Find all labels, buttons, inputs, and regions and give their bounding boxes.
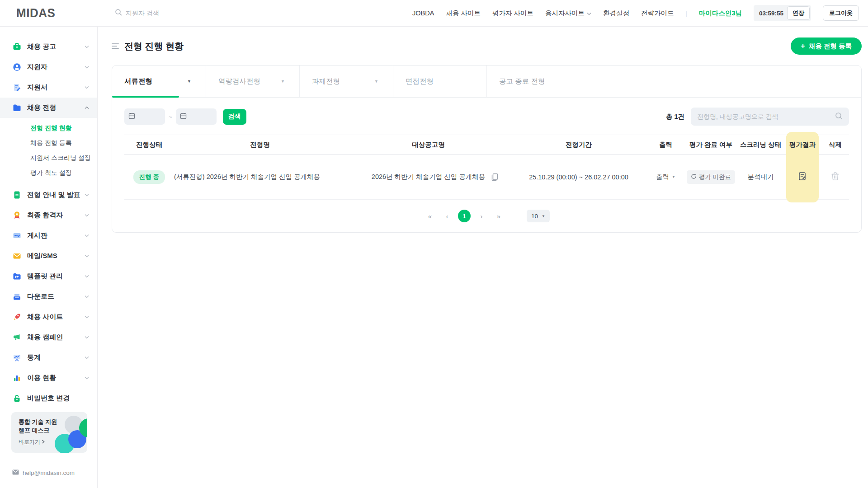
lock-icon — [12, 394, 21, 403]
delete-cell — [821, 172, 850, 182]
sidebar-item-board[interactable]: 게시판 — [0, 225, 97, 246]
eval-status-pill: 평가 미완료 — [687, 170, 735, 184]
top-link-evaluator-site[interactable]: 평가자 사이트 — [492, 9, 533, 18]
midas-logo-text: MIDAS — [16, 6, 55, 21]
sidebar-item-final-pass[interactable]: 최종 합격자 — [0, 205, 97, 225]
briefcase-icon — [12, 42, 21, 52]
applicant-search-input[interactable] — [126, 9, 225, 17]
folder-icon — [12, 103, 21, 113]
col-header-process-name: 전형명 — [174, 141, 346, 149]
tab-interview[interactable]: 면접전형 — [393, 66, 486, 97]
col-header-announcement: 대상공고명 — [346, 141, 511, 149]
period-cell: 25.10.29 (00:00) ~ 26.02.27 00:00 — [511, 174, 646, 181]
current-page[interactable]: 1 — [458, 210, 471, 222]
topbar-right: JOBDA 채용 사이트 평가자 사이트 응시자사이트 환경설정 전략가이드 |… — [412, 5, 868, 21]
pagination: « ‹ 1 › » 10 — [112, 200, 861, 232]
sidebar-item-recruit-site[interactable]: 채용 사이트 — [0, 307, 97, 327]
sidebar-item-recruit-process[interactable]: 채용 전형 — [0, 98, 97, 118]
caret-down-icon — [672, 175, 675, 179]
sidebar-item-templates[interactable]: 템플릿 관리 — [0, 266, 97, 286]
sidebar-item-campaigns[interactable]: 채용 캠페인 — [0, 327, 97, 347]
sidebar-item-statistics[interactable]: 통계 — [0, 347, 97, 368]
chevron-down-icon — [85, 66, 89, 69]
submenu-item-scale-settings[interactable]: 평가 척도 설정 — [0, 165, 97, 180]
rocket-icon — [12, 313, 21, 322]
topbar: MIDAS JOBDA 채용 사이트 평가자 사이트 응시자사이트 환경설정 전… — [0, 0, 868, 27]
col-header-status: 진행상태 — [124, 141, 174, 149]
support-email[interactable]: help@midasin.com — [12, 469, 75, 476]
chevron-down-icon — [85, 275, 89, 278]
process-name-cell[interactable]: (서류전형) 2026년 하반기 채솔기업 신입 공개채용 — [174, 173, 346, 181]
help-desk-card[interactable]: 통합 기술 지원 헬프 데스크 바로가기 — [11, 412, 87, 453]
tab-document-screening[interactable]: 서류전형 — [112, 66, 206, 97]
divider: | — [685, 10, 687, 17]
help-desk-link[interactable]: 바로가기 — [19, 438, 87, 446]
sidebar: 채용 공고 지원자 지원서 채용 전형 전형 진행 현황 채용 전형 등록 지원… — [0, 27, 98, 488]
submenu-item-screening-settings[interactable]: 지원서 스크리닝 설정 — [0, 150, 97, 165]
table-search-input[interactable] — [697, 113, 835, 120]
start-date-input[interactable] — [124, 108, 165, 125]
tab-assignment[interactable]: 과제전형 — [299, 66, 393, 97]
copy-icon[interactable] — [491, 173, 498, 181]
extend-session-button[interactable]: 연장 — [787, 6, 810, 20]
tab-closed-postings[interactable]: 공고 종료 전형 — [486, 66, 580, 97]
recruit-process-submenu: 전형 진행 현황 채용 전형 등록 지원서 스크리닝 설정 평가 척도 설정 — [0, 118, 97, 185]
sidebar-item-applications[interactable]: 지원서 — [0, 77, 97, 98]
eval-result-icon[interactable] — [798, 172, 807, 181]
chevron-down-icon — [85, 356, 89, 359]
page-size-select[interactable]: 10 — [527, 210, 550, 222]
plus-icon: + — [801, 42, 805, 51]
chevron-down-icon — [85, 234, 89, 237]
chevron-down-icon — [85, 214, 89, 217]
top-link-settings[interactable]: 환경설정 — [603, 9, 629, 18]
chevron-down-icon — [85, 45, 89, 48]
col-header-period: 전형기간 — [511, 141, 646, 149]
sidebar-nav: 채용 공고 지원자 지원서 채용 전형 전형 진행 현황 채용 전형 등록 지원… — [0, 27, 97, 408]
sidebar-item-downloads[interactable]: 다운로드 — [0, 286, 97, 307]
first-page-button[interactable]: « — [424, 210, 436, 222]
filter-row: ~ 검색 총 1건 — [112, 98, 861, 135]
next-page-button[interactable]: › — [475, 210, 488, 222]
sidebar-item-change-password[interactable]: 비밀번호 변경 — [0, 388, 97, 408]
medal-icon — [12, 211, 21, 220]
col-header-eval-result: 평가결과 — [784, 141, 821, 149]
search-icon[interactable] — [835, 112, 843, 122]
table-row: 진행 중 (서류전형) 2026년 하반기 채솔기업 신입 공개채용 2026년… — [124, 155, 849, 200]
sidebar-item-job-postings[interactable]: 채용 공고 — [0, 37, 97, 57]
top-link-recruit-site[interactable]: 채용 사이트 — [446, 9, 481, 18]
sidebar-item-mail-sms[interactable]: 메일/SMS — [0, 246, 97, 266]
main-content: 전형 진행 현황 + 채용 전형 등록 서류전형 역량검사전형 과제전형 면접전… — [98, 27, 868, 233]
register-process-button[interactable]: + 채용 전형 등록 — [791, 38, 862, 55]
sidebar-item-announcements[interactable]: 전형 안내 및 발표 — [0, 185, 97, 205]
user-name[interactable]: 마이다스인3님 — [699, 9, 742, 18]
submenu-item-process-register[interactable]: 채용 전형 등록 — [0, 136, 97, 150]
top-link-jobda[interactable]: JOBDA — [412, 9, 434, 17]
last-page-button[interactable]: » — [492, 210, 505, 222]
top-link-candidate-site[interactable]: 응시자사이트 — [545, 9, 591, 18]
chevron-down-icon — [85, 193, 89, 197]
chevron-right-icon — [42, 439, 45, 445]
date-search-button[interactable]: 검색 — [223, 109, 246, 125]
trash-icon[interactable] — [831, 172, 840, 181]
print-cell[interactable]: 출력 — [646, 173, 685, 181]
process-table: 진행상태 전형명 대상공고명 전형기간 출력 평가 완료 여부 스크리닝 상태 … — [112, 135, 861, 200]
submenu-item-process-status[interactable]: 전형 진행 현황 — [0, 121, 97, 136]
list-lines-icon — [112, 43, 119, 49]
tab-competency-test[interactable]: 역량검사전형 — [206, 66, 299, 97]
process-tabs: 서류전형 역량검사전형 과제전형 면접전형 공고 종료 전형 — [112, 66, 861, 98]
board-icon — [12, 231, 21, 240]
chevron-down-icon — [85, 376, 89, 380]
screening-status-cell: 분석대기 — [737, 173, 784, 181]
prev-page-button[interactable]: ‹ — [441, 210, 453, 222]
logout-button[interactable]: 로그아웃 — [823, 5, 859, 21]
calendar-icon — [180, 113, 187, 121]
sidebar-item-usage[interactable]: 이용 현황 — [0, 368, 97, 388]
search-icon — [115, 9, 122, 18]
midas-logo[interactable]: MIDAS — [0, 6, 98, 20]
top-link-strategy-guide[interactable]: 전략가이드 — [641, 9, 674, 18]
help-desk-title: 통합 기술 지원 헬프 데스크 — [19, 418, 87, 435]
caret-down-icon — [374, 79, 378, 84]
sidebar-item-applicants[interactable]: 지원자 — [0, 57, 97, 77]
end-date-input[interactable] — [176, 108, 217, 125]
status-badge: 진행 중 — [133, 170, 165, 184]
